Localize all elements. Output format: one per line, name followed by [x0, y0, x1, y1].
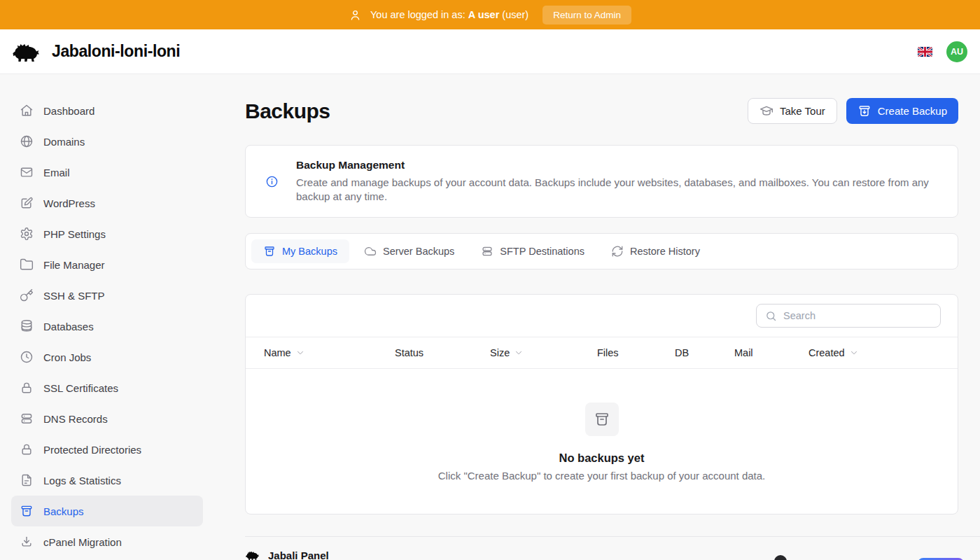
tab-server-backups[interactable]: Server Backups — [352, 239, 466, 263]
person-icon — [349, 8, 362, 22]
return-to-admin-button[interactable]: Return to Admin — [542, 6, 631, 24]
chevron-down-icon — [849, 348, 859, 358]
user-avatar[interactable]: AU — [946, 41, 967, 62]
sidebar-item-label: WordPress — [43, 197, 95, 209]
empty-state-message: Click "Create Backup" to create your fir… — [438, 470, 766, 482]
sidebar: Dashboard Domains Email WordPress PHP Se… — [0, 74, 220, 560]
impersonated-user-role: (user) — [502, 9, 528, 20]
language-flag-icon[interactable] — [918, 47, 932, 57]
chevron-down-icon — [514, 348, 524, 358]
server-icon — [20, 412, 34, 426]
tab-sftp-destinations[interactable]: SFTP Destinations — [469, 239, 596, 263]
database-icon — [20, 319, 34, 333]
column-header-label: Status — [395, 347, 424, 358]
impersonation-bar: You are logged in as: A user (user) Retu… — [0, 0, 980, 29]
backups-table-card: Name Status Size Files DB — [245, 294, 958, 514]
archive-down-icon — [858, 104, 872, 118]
document-icon — [20, 473, 34, 487]
mail-icon — [20, 165, 34, 179]
sidebar-item-label: Dashboard — [43, 105, 94, 117]
impersonated-user-name: A user — [468, 9, 500, 20]
sidebar-item-ssl-certificates[interactable]: SSL Certificates — [11, 372, 203, 403]
tab-label: My Backups — [282, 246, 337, 257]
column-header-name[interactable]: Name — [264, 347, 395, 358]
sidebar-item-logs-statistics[interactable]: Logs & Statistics — [11, 465, 203, 496]
archive-icon — [20, 504, 34, 518]
sidebar-item-label: Domains — [43, 136, 85, 148]
sidebar-item-wordpress[interactable]: WordPress — [11, 188, 203, 218]
edit-icon — [20, 196, 34, 210]
clock-icon — [20, 350, 34, 364]
column-header-status: Status — [395, 347, 490, 358]
sidebar-item-label: Logs & Statistics — [43, 475, 121, 486]
tab-my-backups[interactable]: My Backups — [251, 239, 349, 263]
sidebar-item-email[interactable]: Email — [11, 157, 203, 188]
sidebar-item-label: Cron Jobs — [43, 351, 91, 363]
sidebar-item-protected-directories[interactable]: Protected Directories — [11, 434, 203, 465]
column-header-label: DB — [675, 347, 689, 358]
sidebar-item-label: DNS Records — [43, 413, 108, 425]
key-icon — [20, 288, 34, 302]
table-header-row: Name Status Size Files DB — [246, 337, 958, 369]
sidebar-item-label: Protected Directories — [43, 444, 141, 456]
sidebar-item-label: SSL Certificates — [43, 382, 118, 394]
sidebar-item-dns-records[interactable]: DNS Records — [11, 403, 203, 434]
footer-brand: Jabali Panel — [245, 549, 980, 560]
download-icon — [20, 535, 34, 549]
column-header-label: Name — [264, 347, 291, 358]
sidebar-item-cron-jobs[interactable]: Cron Jobs — [11, 342, 203, 372]
lock-icon — [20, 442, 34, 456]
column-header-db: DB — [675, 347, 734, 358]
tab-label: Restore History — [630, 246, 700, 257]
cloud-icon — [364, 245, 377, 258]
sidebar-item-file-manager[interactable]: File Manager — [11, 249, 203, 280]
boar-logo-icon — [245, 549, 262, 560]
page-title: Backups — [245, 99, 330, 123]
sidebar-item-dashboard[interactable]: Dashboard — [11, 95, 203, 126]
main-content: Backups Take Tour Create Backup Backup M… — [220, 74, 980, 560]
gear-icon — [20, 227, 34, 241]
column-header-label: Mail — [734, 347, 753, 358]
sidebar-item-domains[interactable]: Domains — [11, 126, 203, 157]
take-tour-button[interactable]: Take Tour — [748, 98, 837, 124]
tab-label: SFTP Destinations — [500, 246, 584, 257]
column-header-files: Files — [597, 347, 675, 358]
sidebar-item-label: Email — [43, 167, 70, 178]
column-header-size[interactable]: Size — [490, 347, 597, 358]
graduation-cap-icon — [760, 104, 774, 118]
archive-icon — [263, 245, 276, 258]
info-card-title: Backup Management — [296, 159, 938, 172]
tab-label: Server Backups — [383, 246, 454, 257]
column-header-mail: Mail — [734, 347, 808, 358]
sidebar-item-label: cPanel Migration — [43, 536, 122, 548]
create-backup-button[interactable]: Create Backup — [846, 98, 958, 124]
app-brand: Jabaloni-loni-loni — [11, 38, 180, 64]
home-icon — [20, 104, 34, 118]
empty-state: No backups yet Click "Create Backup" to … — [246, 369, 958, 514]
tab-restore-history[interactable]: Restore History — [599, 239, 712, 263]
backup-tabs: My Backups Server Backups SFTP Destinati… — [245, 233, 958, 270]
sidebar-item-cpanel-migration[interactable]: cPanel Migration — [11, 526, 203, 557]
sidebar-item-ssh-sftp[interactable]: SSH & SFTP — [11, 280, 203, 311]
column-header-created[interactable]: Created — [808, 347, 939, 358]
column-header-label: Files — [597, 347, 619, 358]
impersonation-message: You are logged in as: — [370, 9, 465, 20]
empty-state-title: No backups yet — [559, 451, 645, 465]
footer-brand-label: Jabali Panel — [268, 550, 329, 560]
folder-icon — [20, 258, 34, 272]
boar-logo-icon — [11, 38, 45, 64]
sidebar-item-databases[interactable]: Databases — [11, 311, 203, 342]
search-icon — [765, 310, 777, 322]
sidebar-item-backups[interactable]: Backups — [11, 496, 203, 526]
sidebar-item-label: Databases — [43, 321, 94, 332]
sidebar-item-label: PHP Settings — [43, 228, 106, 240]
search-input[interactable] — [783, 310, 932, 321]
globe-icon — [20, 134, 34, 148]
backup-management-info-card: Backup Management Create and manage back… — [245, 145, 958, 218]
app-title: Jabaloni-loni-loni — [52, 42, 180, 61]
chevron-down-icon — [295, 348, 305, 358]
sidebar-item-label: Backups — [43, 505, 84, 517]
app-header: Jabaloni-loni-loni AU — [0, 29, 980, 74]
empty-state-archive-icon — [585, 402, 619, 436]
sidebar-item-php-settings[interactable]: PHP Settings — [11, 218, 203, 249]
